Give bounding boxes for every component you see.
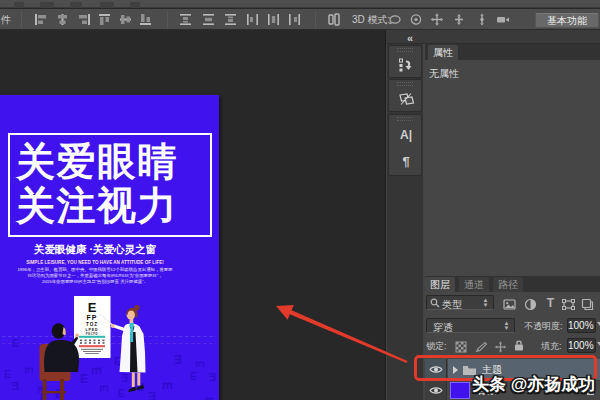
eye-icon xyxy=(429,386,443,395)
blend-mode-value: 穿透 xyxy=(433,321,453,335)
filter-type-layers-icon[interactable]: T xyxy=(544,297,557,310)
app-bar-mark xyxy=(40,2,54,8)
no-properties-text: 无属性 xyxy=(429,67,459,81)
align-horizontal-centers-icon[interactable] xyxy=(56,13,69,26)
distribute-top-edges-icon[interactable] xyxy=(179,13,192,26)
svg-text:E: E xyxy=(190,371,197,382)
auto-align-layers-icon[interactable] xyxy=(327,13,340,26)
separator xyxy=(315,11,316,28)
app-bar-mark xyxy=(100,2,114,8)
svg-text:E: E xyxy=(89,367,103,375)
poster-title-line1: 关爱眼睛 xyxy=(0,140,194,184)
distribute-vertical-centers-icon[interactable] xyxy=(202,13,215,26)
tab-layers[interactable]: 图层 xyxy=(425,277,455,292)
svg-text:E: E xyxy=(160,382,174,390)
opacity-value[interactable]: 100% xyxy=(567,318,596,333)
svg-text:E: E xyxy=(98,385,110,392)
filter-adjustment-layers-icon[interactable] xyxy=(524,297,537,310)
panel-icon-strip: A| ¶ xyxy=(387,44,423,400)
3d-camera-icon[interactable] xyxy=(496,13,509,26)
collapse-panels-icon[interactable]: « xyxy=(407,33,413,43)
3d-slide-icon[interactable] xyxy=(452,13,465,26)
properties-tabbar: 属性 xyxy=(425,44,600,60)
lock-all-icon[interactable] xyxy=(513,338,526,350)
distribute-bottom-edges-icon[interactable] xyxy=(224,13,237,26)
properties-body: 无属性 xyxy=(425,60,600,274)
blend-mode-select[interactable]: 穿透 ▲▼ xyxy=(426,318,515,333)
svg-text:E: E xyxy=(118,388,125,399)
align-left-edges-icon[interactable] xyxy=(34,13,47,26)
svg-text:E: E xyxy=(23,367,34,374)
svg-text:E: E xyxy=(12,380,19,392)
poster-english-line: SIMPLE LEISURE, YOU NEED TO HAVE AN ATTI… xyxy=(0,260,190,265)
align-bottom-edges-icon[interactable] xyxy=(139,13,152,26)
photoshop-window: 件 3D 模式: xyxy=(0,0,600,400)
options-bar: 件 3D 模式: xyxy=(0,9,600,30)
app-bar-mark xyxy=(14,2,24,8)
svg-text:E: E xyxy=(88,300,97,315)
svg-text:E: E xyxy=(194,361,205,368)
align-top-edges-icon[interactable] xyxy=(98,13,111,26)
svg-text:E: E xyxy=(4,369,11,380)
svg-text:FP: FP xyxy=(87,314,98,321)
poster-document[interactable]: E E E E E E E E E E E E E E E E E xyxy=(0,95,219,400)
character-panel-icon[interactable]: A| xyxy=(389,121,423,148)
svg-text:E: E xyxy=(121,372,128,383)
poster-title: 关爱眼睛 关注视力 xyxy=(0,140,194,228)
3d-mode-label: 3D 模式: xyxy=(352,14,390,26)
clone-source-panel-icon[interactable] xyxy=(389,86,423,112)
filter-shape-layers-icon[interactable] xyxy=(562,297,575,310)
spinner-arrows-icon: ▲▼ xyxy=(482,298,489,308)
layer-thumbnail xyxy=(450,382,470,399)
align-right-edges-icon[interactable] xyxy=(78,13,91,26)
poster-subtitle: 关爱眼健康 ·关爱心灵之窗 xyxy=(0,243,190,257)
layer-filter-type-select[interactable]: 类型 ▲▼ xyxy=(426,295,494,310)
distribute-horizontal-centers-icon[interactable] xyxy=(267,13,280,26)
svg-text:TOZ: TOZ xyxy=(86,322,98,327)
strip-group: A| ¶ xyxy=(388,114,422,176)
watermark-text: 头条 @亦扬成功 xyxy=(472,373,595,396)
app-bar-mark xyxy=(130,2,140,8)
lock-label: 锁定: xyxy=(426,340,447,353)
svg-text:E: E xyxy=(148,389,156,400)
3d-rotate-icon[interactable] xyxy=(388,13,401,26)
show-transform-controls-label-fragment: 件 xyxy=(1,14,11,26)
search-icon xyxy=(430,298,440,308)
layer-visibility-toggle[interactable] xyxy=(425,381,447,400)
workspace-switcher-button[interactable]: 基本功能 xyxy=(535,13,599,28)
strip-group xyxy=(388,45,422,78)
distribute-left-edges-icon[interactable] xyxy=(246,13,259,26)
tab-properties[interactable]: 属性 xyxy=(428,45,458,60)
3d-roll-icon[interactable] xyxy=(409,13,422,26)
opacity-label: 不透明度: xyxy=(524,320,563,333)
strip-group xyxy=(388,79,422,112)
dock-header: « xyxy=(386,30,600,44)
filter-pixel-layers-icon[interactable] xyxy=(503,297,516,310)
separator xyxy=(167,11,168,28)
tab-channels[interactable]: 通道 xyxy=(459,277,489,292)
3d-drag-icon[interactable] xyxy=(430,13,443,26)
app-bar-cropped xyxy=(0,0,600,8)
poster-paragraph-line: 1996年，卫生部、教育部、团中央、中国残联等12个部委联合发出通知，将爱眼 xyxy=(0,267,190,273)
distribute-right-edges-icon[interactable] xyxy=(288,13,301,26)
fill-value[interactable]: 100% xyxy=(567,338,596,353)
paragraph-panel-icon[interactable]: ¶ xyxy=(389,148,423,175)
svg-text:E: E xyxy=(114,356,121,367)
lock-transparent-pixels-icon[interactable] xyxy=(455,339,468,351)
panel-column: 属性 无属性 图层 通道 路径 类型 xyxy=(425,44,600,400)
spinner-arrows-icon: ▲▼ xyxy=(503,321,510,331)
app-bar-mark xyxy=(70,2,82,8)
filter-smart-objects-icon[interactable] xyxy=(581,297,594,310)
lock-image-pixels-icon[interactable] xyxy=(475,339,488,351)
svg-text:PECFD: PECFD xyxy=(86,332,98,336)
properties-panel: 属性 无属性 xyxy=(425,44,600,274)
poster-paragraph-line: 2015年全国爱眼日的主题是“告别沙眼盲 关注眼健康”。 xyxy=(0,279,190,285)
poster-paragraph-line: 日活动列为国家节日之一，并重新确定每年的6月6日为“全国爱眼日”， xyxy=(0,273,190,279)
lock-position-icon[interactable] xyxy=(494,339,507,351)
canvas-area[interactable]: E E E E E E E E E E E E E E E E E xyxy=(0,30,385,400)
align-vertical-centers-icon[interactable] xyxy=(119,13,132,26)
properties-panel-icon[interactable] xyxy=(389,52,423,78)
3d-scale-icon[interactable] xyxy=(475,13,488,26)
layers-tabbar: 图层 通道 路径 xyxy=(425,276,600,292)
tab-paths[interactable]: 路径 xyxy=(493,277,523,292)
